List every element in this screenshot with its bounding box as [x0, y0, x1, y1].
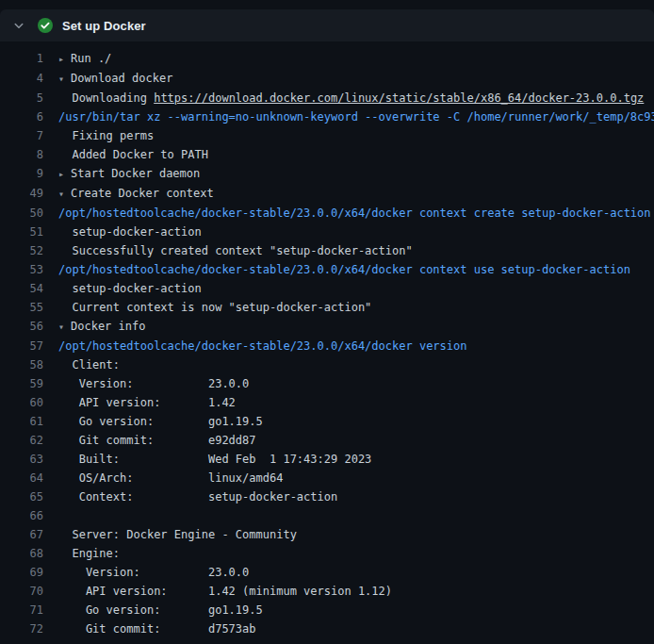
log-text: Current context is now "setup-docker-act…	[58, 301, 371, 314]
log-line: 59 Version: 23.0.0	[0, 374, 654, 393]
log-line: 1▸Run ./	[0, 49, 654, 69]
command-text: /usr/bin/tar xz --warning=no-unknown-key…	[58, 110, 654, 124]
log-line: 61 Go version: go1.19.5	[0, 412, 654, 431]
line-number[interactable]: 6	[0, 107, 58, 126]
line-content: Context: setup-docker-action	[58, 487, 654, 506]
log-text: Go version: go1.19.5	[58, 603, 263, 617]
line-content: setup-docker-action	[58, 279, 654, 298]
line-number[interactable]: 60	[0, 393, 58, 412]
line-number[interactable]: 67	[0, 525, 58, 544]
line-number[interactable]: 70	[0, 582, 58, 601]
log-text: Downloading	[58, 91, 154, 105]
log-line: 56▾Docker info	[0, 317, 654, 337]
line-content: Added Docker to PATH	[58, 145, 654, 164]
log-line: 58 Client:	[0, 355, 654, 374]
line-content: Successfully created context "setup-dock…	[58, 241, 654, 260]
line-number[interactable]: 61	[0, 412, 58, 431]
log-line: 49▾Create Docker context	[0, 184, 654, 204]
log-text: Go version: go1.19.5	[58, 415, 263, 428]
log-text: Git commit: d7573ab	[58, 622, 256, 636]
line-content: Current context is now "setup-docker-act…	[58, 298, 654, 317]
line-number[interactable]: 62	[0, 431, 58, 450]
log-link[interactable]: https://download.docker.com/linux/static…	[154, 91, 644, 105]
line-content: ▾Create Docker context	[58, 184, 654, 204]
line-number[interactable]: 68	[0, 544, 58, 563]
command-text: /opt/hostedtoolcache/docker-stable/23.0.…	[58, 263, 630, 276]
log-text: OS/Arch: linux/amd64	[58, 471, 283, 485]
line-number[interactable]: 72	[0, 619, 58, 638]
line-number[interactable]: 1	[0, 49, 58, 69]
line-number[interactable]: 56	[0, 317, 58, 337]
line-number[interactable]: 55	[0, 298, 58, 317]
log-text: Git commit: e92dd87	[58, 434, 256, 447]
line-number[interactable]: 49	[0, 184, 58, 204]
log-line: 72 Git commit: d7573ab	[0, 619, 654, 638]
log-text: Server: Docker Engine - Community	[58, 528, 297, 541]
line-content: /opt/hostedtoolcache/docker-stable/23.0.…	[58, 260, 654, 279]
collapse-group-arrow-icon[interactable]: ▾	[58, 318, 71, 337]
line-number[interactable]: 59	[0, 374, 58, 393]
step-header[interactable]: Set up Docker	[0, 9, 654, 41]
log-text: Version: 23.0.0	[58, 377, 249, 390]
line-content: ▸Run ./	[58, 49, 654, 69]
line-number[interactable]: 71	[0, 601, 58, 619]
line-content: /usr/bin/tar xz --warning=no-unknown-key…	[58, 107, 654, 126]
log-line: 53/opt/hostedtoolcache/docker-stable/23.…	[0, 260, 654, 279]
line-content: /opt/hostedtoolcache/docker-stable/23.0.…	[58, 204, 654, 223]
expand-group-arrow-icon[interactable]: ▸	[58, 165, 71, 184]
line-number[interactable]: 57	[0, 337, 58, 355]
line-content: Git commit: e92dd87	[58, 431, 654, 450]
line-number[interactable]: 54	[0, 279, 58, 298]
line-content: /opt/hostedtoolcache/docker-stable/23.0.…	[58, 337, 654, 355]
log-line: 8 Added Docker to PATH	[0, 145, 654, 164]
line-content: API version: 1.42	[58, 393, 654, 412]
line-number[interactable]: 50	[0, 204, 58, 223]
line-number[interactable]: 69	[0, 563, 58, 582]
log-line: 64 OS/Arch: linux/amd64	[0, 469, 654, 487]
log-line: 65 Context: setup-docker-action	[0, 487, 654, 506]
expand-group-arrow-icon[interactable]: ▸	[58, 50, 71, 69]
line-content: Version: 23.0.0	[58, 374, 654, 393]
line-number[interactable]: 8	[0, 145, 58, 164]
line-content: Client:	[58, 355, 654, 374]
line-content: Go version: go1.19.5	[58, 601, 654, 619]
line-number[interactable]: 63	[0, 450, 58, 469]
log-lines: 1▸Run ./4▾Download docker5 Downloading h…	[0, 41, 654, 638]
workflow-log-panel: Set up Docker 1▸Run ./4▾Download docker5…	[0, 0, 654, 644]
line-content: API version: 1.42 (minimum version 1.12)	[58, 582, 654, 601]
chevron-down-icon[interactable]	[11, 20, 26, 31]
log-text: Docker info	[71, 320, 145, 333]
line-number[interactable]: 53	[0, 260, 58, 279]
log-text: Version: 23.0.0	[58, 566, 249, 579]
line-content: Go version: go1.19.5	[58, 412, 654, 431]
line-content: Engine:	[58, 544, 654, 563]
line-number[interactable]: 65	[0, 487, 58, 506]
line-number[interactable]: 9	[0, 164, 58, 184]
log-line: 50/opt/hostedtoolcache/docker-stable/23.…	[0, 204, 654, 223]
line-number[interactable]: 4	[0, 69, 58, 89]
log-text: Download docker	[71, 72, 172, 85]
line-number[interactable]: 52	[0, 241, 58, 260]
line-number[interactable]: 66	[0, 506, 58, 525]
log-line: 55 Current context is now "setup-docker-…	[0, 298, 654, 317]
log-line: 71 Go version: go1.19.5	[0, 601, 654, 619]
success-check-icon	[38, 18, 53, 33]
line-number[interactable]: 51	[0, 223, 58, 241]
log-line: 5 Downloading https://download.docker.co…	[0, 89, 654, 107]
log-text: Start Docker daemon	[71, 167, 200, 180]
line-number[interactable]: 7	[0, 126, 58, 145]
command-text: /opt/hostedtoolcache/docker-stable/23.0.…	[58, 206, 651, 220]
log-line: 70 API version: 1.42 (minimum version 1.…	[0, 582, 654, 601]
line-number[interactable]: 58	[0, 355, 58, 374]
log-text: Engine:	[58, 547, 120, 560]
line-number[interactable]: 64	[0, 469, 58, 487]
line-content: setup-docker-action	[58, 223, 654, 241]
collapse-group-arrow-icon[interactable]: ▾	[58, 70, 71, 89]
log-line: 66	[0, 506, 654, 525]
log-line: 62 Git commit: e92dd87	[0, 431, 654, 450]
line-number[interactable]: 5	[0, 89, 58, 107]
collapse-group-arrow-icon[interactable]: ▾	[58, 185, 71, 204]
log-line: 7 Fixing perms	[0, 126, 654, 145]
log-text: API version: 1.42 (minimum version 1.12)	[58, 585, 392, 598]
log-text: Fixing perms	[58, 129, 154, 142]
